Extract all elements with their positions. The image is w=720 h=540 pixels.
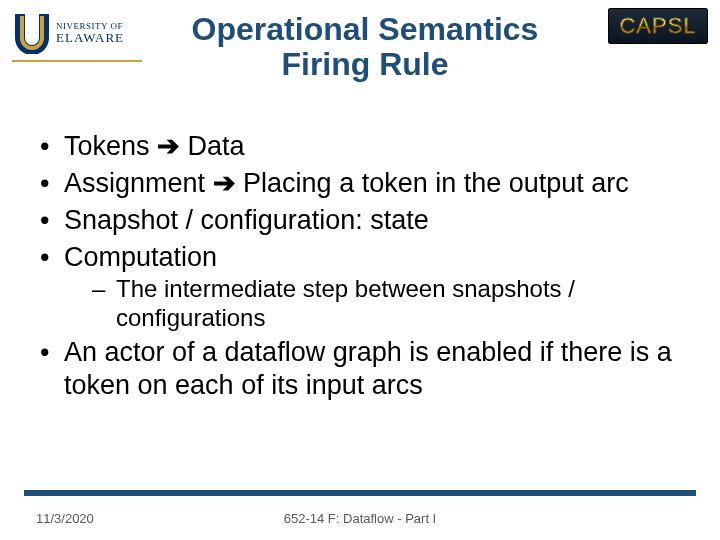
- title-line2: Firing Rule: [150, 47, 580, 82]
- subbullet-intermediate: The intermediate step between snapshots …: [64, 274, 692, 333]
- bullet-actor-enabled: An actor of a dataflow graph is enabled …: [36, 336, 692, 402]
- university-name: NIVERSITY OF ELAWARE: [56, 22, 124, 44]
- ud-monogram-icon: [12, 12, 52, 54]
- bullet-tokens: Tokens ➔ Data: [36, 130, 692, 163]
- arrow-icon: ➔: [213, 168, 236, 198]
- university-logo: NIVERSITY OF ELAWARE: [12, 8, 142, 58]
- capsl-logo: CAPSL: [608, 8, 708, 44]
- footer: 11/3/2020 652-14 F: Dataflow - Part I: [0, 506, 720, 526]
- footer-divider: [24, 490, 696, 496]
- logo-underline: [12, 60, 142, 62]
- slide-title: Operational Semantics Firing Rule: [150, 12, 580, 82]
- slide-body: Tokens ➔ Data Assignment ➔ Placing a tok…: [36, 130, 692, 406]
- title-line1: Operational Semantics: [150, 12, 580, 47]
- capsl-text: CAPSL: [619, 13, 696, 39]
- slide: NIVERSITY OF ELAWARE CAPSL Operational S…: [0, 0, 720, 540]
- bullet-computation: Computation The intermediate step betwee…: [36, 241, 692, 332]
- bullet-snapshot: Snapshot / configuration: state: [36, 204, 692, 237]
- footer-course: 652-14 F: Dataflow - Part I: [0, 511, 720, 526]
- bullet-assignment: Assignment ➔ Placing a token in the outp…: [36, 167, 692, 200]
- arrow-icon: ➔: [157, 131, 180, 161]
- university-name-line2: ELAWARE: [56, 31, 124, 44]
